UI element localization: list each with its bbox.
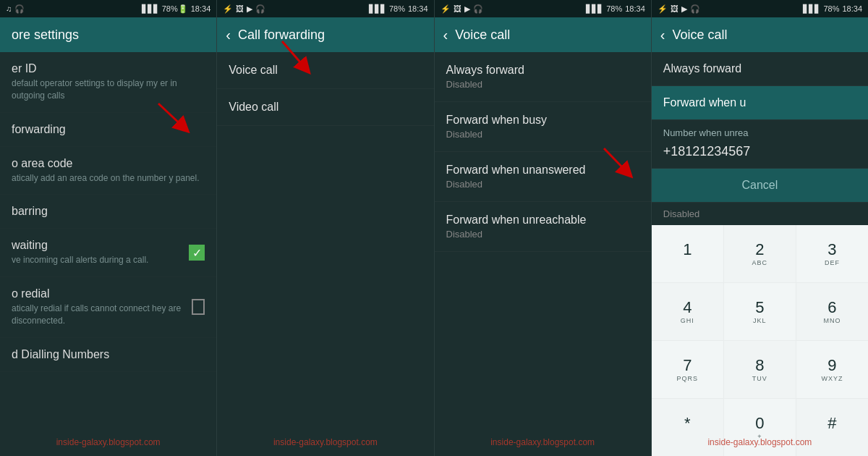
panel-forward-detail: ⚡ 🖼 ▶ 🎧 ▋▋▋ 78% 18:34 ‹ Voice call Alway…	[652, 0, 868, 456]
disabled-status: Disabled	[652, 203, 868, 225]
key-star[interactable]: *	[652, 399, 723, 456]
play3-icon: ▶	[681, 4, 687, 14]
back-arrow-2[interactable]: ‹	[226, 27, 231, 43]
keypad: 1 2 ABC 3 DEF 4 GHI 5 JKL 6 MNO	[652, 225, 868, 456]
key-5-num: 5	[755, 300, 764, 316]
area-code-desc: atically add an area code on the number …	[12, 172, 205, 185]
list-item-fixed-dialling[interactable]: d Dialling Numbers	[0, 338, 216, 372]
always-forward-section: Always forward	[652, 52, 868, 86]
back-arrow-3[interactable]: ‹	[443, 27, 448, 43]
key-8[interactable]: 8 TUV	[724, 341, 796, 398]
key-8-letters: TUV	[752, 375, 767, 382]
barring-title: barring	[12, 205, 205, 218]
key-5[interactable]: 5 JKL	[724, 283, 796, 340]
play-icon: ▶	[247, 4, 252, 14]
battery-2: 78%	[389, 4, 405, 13]
always-forward-label: Always forward	[663, 62, 856, 75]
list-item-area-code[interactable]: o area code atically add an area code on…	[0, 147, 216, 195]
always-forward-subtitle: Disabled	[446, 79, 639, 90]
music-icon: ♫	[6, 4, 12, 13]
forward-unanswered-item[interactable]: Forward when unanswered Disabled	[435, 152, 651, 202]
key-hash[interactable]: #	[796, 399, 868, 456]
arrow-call-fwd	[275, 38, 318, 80]
list-item-waiting[interactable]: waiting ve incoming call alerts during a…	[0, 229, 216, 277]
status-left-1: ♫ 🎧	[6, 4, 25, 14]
caller-id-title: er ID	[12, 62, 205, 75]
usb-icon: ⚡	[223, 4, 233, 14]
video-call-label: Video call	[229, 101, 422, 114]
key-0-letters: +	[757, 433, 762, 440]
key-4-num: 4	[683, 300, 692, 316]
action-bar-1: ore settings	[0, 17, 216, 52]
key-star-num: *	[684, 415, 691, 431]
back-arrow-4[interactable]: ‹	[660, 27, 665, 43]
headphone2-icon: 🎧	[255, 4, 265, 14]
key-1[interactable]: 1	[652, 225, 723, 282]
page-title-1: ore settings	[12, 28, 79, 43]
video-call-item[interactable]: Video call	[217, 89, 433, 126]
forward-unreachable-item[interactable]: Forward when unreachable Disabled	[435, 202, 651, 252]
forward-unreachable-subtitle: Disabled	[446, 229, 639, 240]
status-left-2: ⚡ 🖼 ▶ 🎧	[223, 4, 265, 14]
forward-when-label: Forward when u	[663, 96, 856, 109]
redial-checkbox[interactable]	[192, 299, 205, 315]
time-1: 18:34	[191, 4, 211, 13]
key-9[interactable]: 9 WXYZ	[796, 341, 868, 398]
cancel-button[interactable]: Cancel	[652, 169, 868, 203]
arrow-forwarding	[151, 100, 195, 139]
forward-when-section[interactable]: Forward when u	[652, 86, 868, 120]
redial-title: o redial	[12, 287, 192, 300]
list-item-forwarding[interactable]: forwarding	[0, 113, 216, 147]
waiting-title: waiting	[12, 239, 148, 252]
status-right-1: ▋▋▋ 78%🔋 18:34	[142, 4, 211, 14]
key-3-letters: DEF	[825, 259, 840, 266]
number-label: Number when unrea	[652, 120, 868, 141]
headphone4-icon: 🎧	[690, 4, 700, 14]
key-2[interactable]: 2 ABC	[724, 225, 796, 282]
key-2-num: 2	[755, 242, 764, 258]
panel-voice-call: ⚡ 🖼 ▶ 🎧 ▋▋▋ 78% 18:34 ‹ Voice call Alway…	[435, 0, 652, 456]
status-left-4: ⚡ 🖼 ▶ 🎧	[658, 4, 700, 14]
list-item-barring[interactable]: barring	[0, 195, 216, 229]
arrow-unanswered	[597, 145, 637, 184]
forward-unreachable-title: Forward when unreachable	[446, 214, 639, 227]
key-0-num: 0	[755, 415, 764, 431]
always-forward-item[interactable]: Always forward Disabled	[435, 52, 651, 102]
key-6-letters: MNO	[823, 317, 841, 324]
time-4: 18:34	[842, 4, 862, 13]
key-5-letters: JKL	[753, 317, 767, 324]
page-title-4: Voice call	[672, 28, 727, 43]
action-bar-2: ‹ Call forwarding	[217, 17, 433, 52]
status-right-3: ▋▋▋ 78% 18:34	[586, 4, 645, 14]
battery-1: 78%🔋	[162, 4, 188, 14]
svg-line-5	[604, 148, 627, 172]
key-3-num: 3	[827, 242, 836, 258]
key-4-letters: GHI	[681, 317, 694, 324]
caller-id-desc: default operator settings to display my …	[12, 77, 205, 102]
headphone3-icon: 🎧	[473, 4, 483, 14]
key-6[interactable]: 6 MNO	[796, 283, 868, 340]
fixed-dialling-title: d Dialling Numbers	[12, 348, 205, 361]
panel-more-settings: ♫ 🎧 ▋▋▋ 78%🔋 18:34 ore settings er ID de…	[0, 0, 217, 456]
key-7[interactable]: 7 PQRS	[652, 341, 723, 398]
key-4[interactable]: 4 GHI	[652, 283, 723, 340]
voice-call-item[interactable]: Voice call	[217, 52, 433, 89]
key-7-num: 7	[683, 358, 692, 373]
svg-line-1	[158, 104, 184, 127]
image2-icon: 🖼	[454, 4, 461, 13]
status-bar-4: ⚡ 🖼 ▶ 🎧 ▋▋▋ 78% 18:34	[652, 0, 868, 17]
signal-3: ▋▋▋	[586, 4, 603, 14]
signal-4: ▋▋▋	[803, 4, 820, 14]
key-0[interactable]: 0 +	[724, 399, 796, 456]
battery-4: 78%	[823, 4, 839, 13]
battery-3: 78%	[606, 4, 622, 13]
list-item-redial[interactable]: o redial atically redial if calls cannot…	[0, 277, 216, 338]
voice-call-label: Voice call	[229, 64, 422, 77]
waiting-checkbox[interactable]: ✓	[189, 245, 205, 261]
key-9-num: 9	[827, 358, 836, 373]
key-3[interactable]: 3 DEF	[796, 225, 868, 282]
signal-2: ▋▋▋	[369, 4, 386, 14]
area-code-title: o area code	[12, 157, 205, 170]
number-field[interactable]: +18121234567	[652, 141, 868, 169]
key-hash-num: #	[827, 415, 836, 431]
